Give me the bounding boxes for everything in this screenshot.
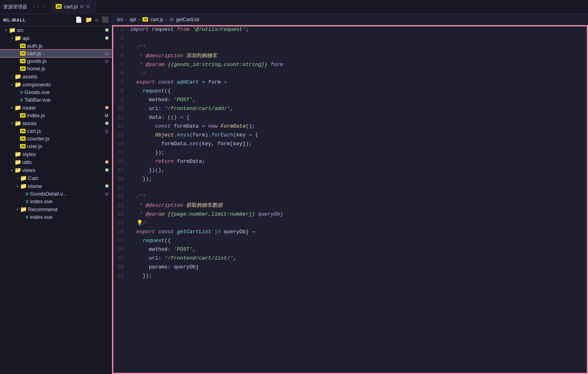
line-content: Object.keys(form).forEach(key ⇒ {: [130, 131, 588, 140]
sidebar-item-auth-js[interactable]: JSauth.js: [0, 42, 112, 50]
code-token: @description: [146, 202, 183, 208]
sidebar-item-components[interactable]: ▾📁components: [0, 80, 112, 88]
sidebar-item-styles[interactable]: ›📁styles: [0, 150, 112, 158]
code-token: [255, 211, 258, 217]
sidebar-item-tabbar-vue[interactable]: VTabBar.vue: [0, 96, 112, 104]
code-token: @description: [146, 53, 183, 59]
line-content: 💡/: [130, 219, 588, 228]
line-content: */: [130, 69, 588, 78]
new-file-icon[interactable]: 📄: [75, 16, 82, 23]
code-token: *: [130, 202, 146, 208]
sidebar-item-api[interactable]: ▾📁api: [0, 34, 112, 42]
sidebar-header: ML-MALL 📄 📁 ↻ ⬛: [0, 14, 112, 26]
sidebar-item-cart-folder[interactable]: ›📁Cart: [0, 174, 112, 182]
sidebar-item-views[interactable]: ▾📁views: [0, 166, 112, 174]
line-number: 1: [112, 25, 130, 34]
collapse-icon[interactable]: ⬛: [102, 16, 108, 23]
code-token: (form).: [189, 132, 211, 138]
tab-cart-js[interactable]: JS cart.js U ✕: [51, 0, 96, 14]
sidebar-item-label: user.js: [27, 143, 112, 149]
folder-icon: 📁: [9, 27, 15, 33]
line-content: params: queryObj: [130, 263, 588, 272]
breadcrumb-sep-1: ›: [126, 17, 127, 22]
sidebar-item-index-vue[interactable]: Vindex.vue: [0, 198, 112, 205]
breadcrumb-symbol: getCartList: [176, 17, 199, 22]
line-content: request({: [130, 236, 588, 245]
code-token: ;: [246, 26, 249, 32]
code-token: url:: [130, 255, 165, 261]
status-dot-green: [105, 184, 108, 188]
line-number: 20: [112, 192, 130, 201]
sidebar-item-cart-js[interactable]: JScart.jsU: [0, 50, 112, 57]
sidebar-item-goodsdetail-vue[interactable]: VGoodsDetail.v...U: [0, 190, 112, 198]
code-editor[interactable]: 1import request from '@/utils/request';2…: [112, 25, 588, 374]
js-icon: JS: [56, 4, 62, 9]
code-token: form: [271, 62, 283, 68]
code-token: keys: [177, 132, 189, 138]
code-line: 9 method: 'POST',: [112, 96, 588, 104]
sidebar-item-home-js[interactable]: JShome.js: [0, 65, 112, 72]
sidebar-item-label: stores: [22, 120, 112, 126]
breadcrumb-api: api: [130, 17, 136, 22]
sidebar-item-home-folder[interactable]: ▾📁Home: [0, 182, 112, 190]
main-layout: ML-MALL 📄 📁 ↻ ⬛ ▾📁src▾📁apiJSauth.jsJScar…: [0, 14, 588, 374]
line-content: /**: [130, 43, 588, 52]
js-file-icon: JS: [20, 113, 26, 118]
code-line: 20 /**: [112, 192, 588, 201]
sidebar-item-src[interactable]: ▾📁src: [0, 26, 112, 34]
tab-close-button[interactable]: ✕: [86, 3, 90, 10]
breadcrumb-sep-2: ›: [138, 17, 140, 22]
sidebar-item-user-js[interactable]: JSuser.js: [0, 142, 112, 150]
line-content: import request from '@/utils/request';: [130, 25, 588, 34]
sidebar-item-router[interactable]: ▾📁router: [0, 104, 112, 112]
vue-file-icon: V: [26, 215, 28, 220]
code-token: ,: [193, 97, 196, 103]
code-line: 2: [112, 34, 588, 43]
sidebar-item-recommend-index-vue[interactable]: Vindex.vue: [0, 213, 112, 221]
code-token: 'POST': [174, 246, 193, 252]
vue-file-icon: V: [20, 90, 23, 95]
line-content: })(),: [130, 166, 588, 175]
line-number: 5: [112, 60, 130, 69]
sidebar-item-label: index.js: [27, 112, 112, 118]
code-token: /**: [130, 44, 146, 50]
code-token: ,: [193, 246, 196, 252]
new-folder-icon[interactable]: 📁: [85, 16, 92, 23]
sidebar-item-utils[interactable]: ›📁utils: [0, 158, 112, 166]
line-number: 15: [112, 148, 130, 157]
refresh-icon[interactable]: ↻: [95, 16, 98, 23]
more-options-icon[interactable]: ···: [32, 3, 46, 10]
sidebar-item-assets[interactable]: ›📁assets: [0, 72, 112, 80]
code-token: */: [130, 70, 146, 76]
chevron-icon: ▾: [9, 168, 14, 172]
breadcrumb-symbol-icon: ⊙: [170, 17, 174, 22]
sidebar-item-label: auth.js: [27, 43, 112, 49]
sidebar-item-index-js-router[interactable]: JSindex.jsM: [0, 112, 112, 119]
sidebar-item-goods-vue[interactable]: VGoods.vue: [0, 88, 112, 96]
file-tree: ▾📁src▾📁apiJSauth.jsJScart.jsUJSgoods.jsU…: [0, 26, 112, 221]
code-token: })(),: [130, 167, 165, 173]
sidebar-item-cart-js-stores[interactable]: JScart.jsU: [0, 127, 112, 135]
code-token: url:: [130, 106, 165, 112]
tab-label: cart.js: [64, 4, 78, 10]
code-token: *: [130, 53, 146, 59]
code-token: import: [130, 26, 149, 32]
chevron-icon: ▾: [9, 106, 14, 110]
code-token: 'POST': [174, 97, 193, 103]
sidebar-item-counter-js[interactable]: JScounter.js: [0, 135, 112, 142]
sidebar-item-goods-js[interactable]: JSgoods.jsU: [0, 57, 112, 65]
sidebar-item-stores[interactable]: ▾📁stores: [0, 119, 112, 127]
code-token: @param: [146, 211, 165, 217]
explorer-title: 资源管理器: [3, 4, 27, 10]
line-number: 17: [112, 166, 130, 175]
code-token: [165, 211, 168, 217]
code-line: 8 request({: [112, 87, 588, 96]
code-line: 10 url: '/frontend/cart/add/',: [112, 104, 588, 113]
code-token: });: [130, 150, 165, 156]
code-token: Object: [155, 132, 174, 138]
code-token: ⇒: [224, 79, 227, 85]
line-number: 3: [112, 43, 130, 52]
js-file-icon: JS: [20, 129, 26, 133]
sidebar-item-recommend-folder[interactable]: ▾📁Recommend: [0, 205, 112, 213]
chevron-icon: ▾: [14, 184, 20, 188]
